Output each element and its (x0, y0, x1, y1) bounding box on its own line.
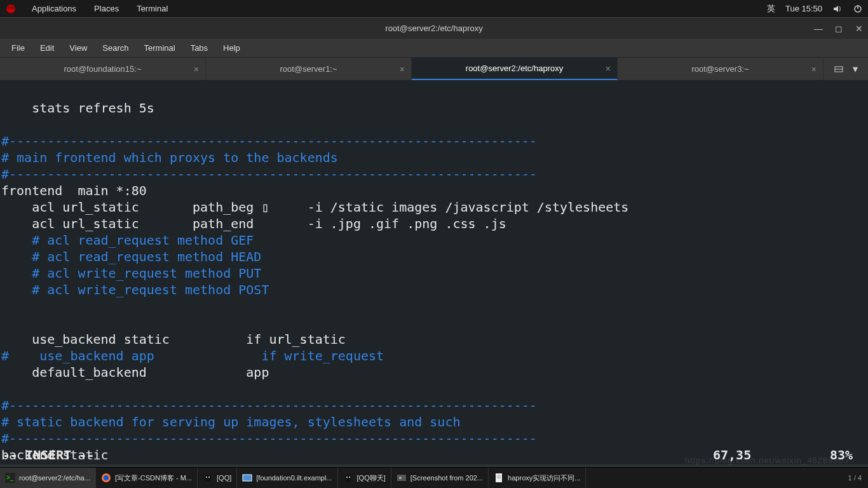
image-icon (397, 473, 407, 483)
qq-icon (343, 473, 353, 483)
clock[interactable]: Tue 15:50 (785, 4, 822, 13)
menu-help[interactable]: Help (215, 43, 248, 53)
menu-applications[interactable]: Applications (23, 4, 85, 13)
terminal-menubar: File Edit View Search Terminal Tabs Help (0, 39, 868, 58)
vm-icon (242, 473, 252, 483)
menu-terminal[interactable]: Terminal (128, 4, 177, 13)
menu-edit[interactable]: Edit (32, 43, 62, 53)
svg-text:>_: >_ (6, 474, 14, 481)
svg-point-16 (349, 477, 350, 478)
task-firefox[interactable]: [写文章-CSDN博客 - M... (96, 468, 198, 488)
menu-file[interactable]: File (4, 43, 32, 53)
term-line: #---------------------------------------… (1, 133, 537, 149)
document-icon (494, 473, 504, 483)
term-line: # acl read_request method GEF (1, 233, 254, 248)
svg-point-15 (346, 477, 348, 478)
gnome-taskbar: >_ root@server2:/etc/ha... [写文章-CSDN博客 -… (0, 467, 868, 488)
qq-icon (203, 473, 213, 483)
term-line: frontend main *:80 (1, 183, 147, 198)
svg-rect-13 (243, 475, 252, 481)
term-line: acl url_static path_end -i .jpg .gif .pn… (1, 216, 506, 231)
term-line: #---------------------------------------… (1, 398, 537, 413)
window-title: root@server2:/etc/haproxy (385, 24, 482, 33)
tab-close-icon[interactable]: × (400, 64, 405, 74)
term-line: # acl read_request method HEAD (1, 249, 261, 264)
task-terminal[interactable]: >_ root@server2:/etc/ha... (0, 468, 96, 488)
menu-terminal-menu[interactable]: Terminal (137, 43, 183, 53)
window-close-button[interactable]: ✕ (854, 24, 864, 34)
menu-search[interactable]: Search (95, 43, 136, 53)
task-screenshot[interactable]: [Screenshot from 202... (391, 468, 489, 488)
menu-view[interactable]: View (62, 43, 95, 53)
svg-point-18 (399, 477, 402, 479)
terminal-content[interactable]: stats refresh 5s #----------------------… (0, 81, 868, 464)
gnome-topbar: Applications Places Terminal 英 Tue 15:50 (0, 0, 868, 17)
task-qq[interactable]: [QQ] (198, 468, 237, 488)
tab-server2[interactable]: root@server2:/etc/haproxy× (412, 58, 618, 80)
term-line: # acl write_request method PUT (1, 266, 261, 281)
svg-point-11 (206, 477, 207, 478)
tab-close-icon[interactable]: × (194, 64, 199, 74)
task-vm[interactable]: [foundation0.ilt.exampl... (237, 468, 337, 488)
power-icon[interactable] (853, 4, 863, 14)
watermark: https://blog.csdn.net/weixin_46289303 (685, 456, 849, 465)
task-gedit[interactable]: haproxy实现访问不同... (489, 468, 586, 488)
window-titlebar[interactable]: root@server2:/etc/haproxy — ◻ ✕ (0, 17, 868, 39)
svg-point-9 (104, 475, 109, 480)
svg-point-10 (205, 475, 211, 482)
broadcast-icon[interactable] (834, 64, 844, 74)
tab-dropdown-icon[interactable]: ▾ (853, 63, 858, 75)
window-maximize-button[interactable]: ◻ (834, 24, 844, 34)
vim-mode: -- INSERT -- (3, 447, 713, 463)
term-line: use_backend static if url_static (1, 332, 346, 347)
volume-icon[interactable] (832, 4, 843, 14)
svg-point-14 (345, 475, 351, 482)
tab-foundation15[interactable]: root@foundation15:~× (0, 58, 206, 80)
term-line: default_backend app (1, 365, 269, 380)
svg-point-1 (8, 6, 15, 10)
term-line: acl url_static path_beg ▯ -i /static ima… (1, 200, 628, 215)
svg-point-12 (208, 477, 210, 478)
term-line: # acl write_request method POST (1, 282, 269, 297)
input-language-indicator[interactable]: 英 (767, 3, 775, 15)
terminal-icon: >_ (5, 473, 15, 483)
term-line: # use_backend app if write_request (1, 348, 384, 363)
term-line: # static backend for serving up images, … (1, 414, 460, 430)
menu-places[interactable]: Places (85, 4, 128, 13)
tab-close-icon[interactable]: × (811, 64, 817, 74)
term-line: #---------------------------------------… (1, 431, 537, 446)
firefox-icon (101, 473, 111, 483)
term-line: stats refresh 5s (1, 100, 154, 116)
workspace-pager[interactable]: 1 / 4 (842, 468, 868, 488)
menu-tabs[interactable]: Tabs (183, 43, 215, 53)
redhat-icon (5, 3, 17, 15)
window-minimize-button[interactable]: — (813, 24, 824, 34)
term-line: # main frontend which proxys to the back… (1, 150, 338, 165)
term-line: #---------------------------------------… (1, 166, 537, 182)
tab-server1[interactable]: root@server1:~× (206, 58, 412, 80)
tab-server3[interactable]: root@server3:~× (618, 58, 824, 80)
tab-close-icon[interactable]: × (606, 64, 611, 74)
terminal-tabbar: root@foundation15:~× root@server1:~× roo… (0, 58, 868, 81)
task-qqchat[interactable]: [QQ聊天] (338, 468, 391, 488)
tab-actions: ▾ (824, 58, 868, 80)
